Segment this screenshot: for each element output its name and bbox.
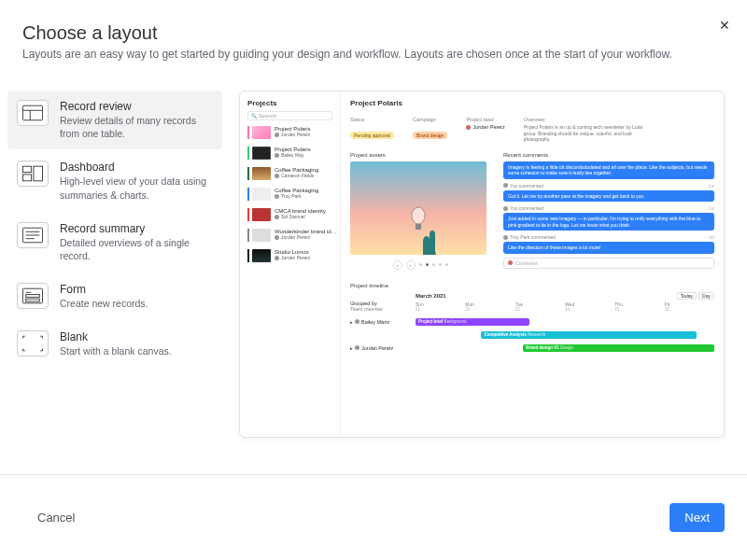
carousel-dots: ‹ › <box>350 260 490 270</box>
comments-label: Recent comments <box>503 152 714 158</box>
timeline-row: ▸Jordan PeretzBrand design V1 Design <box>350 342 714 355</box>
avatar <box>466 125 471 130</box>
avatar <box>275 174 279 178</box>
preview-record-item[interactable]: Coffee Packaging Troy Park <box>247 188 332 201</box>
preview-search-input[interactable]: 🔍 Search <box>247 111 332 120</box>
comment-input[interactable]: Comment <box>503 258 714 269</box>
avatar <box>275 194 279 199</box>
record-summary-icon <box>17 222 49 248</box>
layout-option-title: Record summary <box>60 222 213 235</box>
comment-bubble: Just added in some new imagery — in part… <box>503 213 714 231</box>
avatar <box>275 256 279 260</box>
record-thumb <box>252 249 271 262</box>
svg-rect-3 <box>22 167 31 173</box>
dialog-footer: Cancel Next <box>0 474 747 560</box>
carousel-prev-icon[interactable]: ‹ <box>393 260 402 270</box>
overview-text: Project Polaris is an up & coming tech n… <box>524 124 645 143</box>
svg-rect-13 <box>26 299 40 301</box>
record-thumb <box>252 188 271 201</box>
record-item-user: Troy Park <box>275 193 318 199</box>
preview-record-item[interactable]: Coffee Packaging Cameron Fields <box>247 167 332 180</box>
timeline-day: Mon22 <box>465 301 514 312</box>
layout-option-title: Record review <box>60 100 213 113</box>
layout-options-list: Record review Review details of many rec… <box>7 91 222 438</box>
preview-record-item[interactable]: Project Polaris Jordan Peretz <box>247 126 332 139</box>
preview-record-item[interactable]: Project Polaris Bailey May <box>247 147 332 160</box>
preview-sidebar: Projects 🔍 Search Project Polaris Jordan… <box>240 91 341 437</box>
layout-option-form[interactable]: Form Create new records. <box>7 273 222 319</box>
timeline-day: Wed24 <box>565 301 614 312</box>
preview-timeline: Project timeline Grouped by Team member … <box>350 283 714 355</box>
avatar <box>503 206 508 211</box>
preview-record-item[interactable]: Wunderkinder brand identity Jordan Peret… <box>247 229 332 242</box>
dialog-header: Choose a layout Layouts are an easy way … <box>0 0 747 76</box>
record-thumb <box>252 126 271 139</box>
timeline-bar[interactable]: Brand design V1 Design <box>523 344 714 352</box>
layout-option-record-review[interactable]: Record review Review details of many rec… <box>7 91 222 149</box>
layout-option-dashboard[interactable]: Dashboard High-level view of your data u… <box>7 151 222 210</box>
layout-preview: Projects 🔍 Search Project Polaris Jordan… <box>239 91 725 438</box>
overview-label: Overview <box>524 117 645 122</box>
comment-bubble: Imagery is feeling a little bit discombo… <box>503 161 714 179</box>
record-item-user: Jordan Peretz <box>275 132 311 137</box>
avatar <box>503 183 508 188</box>
preview-record-title: Project Polaris <box>350 99 714 107</box>
cancel-button[interactable]: Cancel <box>22 503 90 532</box>
record-item-user: Sol Samuel <box>275 214 326 219</box>
timeline-day: Fri26 <box>665 301 714 312</box>
svg-rect-4 <box>34 167 43 182</box>
carousel-next-icon[interactable]: › <box>406 260 416 270</box>
dashboard-icon <box>17 161 49 187</box>
record-thumb <box>252 147 271 160</box>
layout-option-record-summary[interactable]: Record summary Detailed overviews of a s… <box>7 213 222 272</box>
timeline-controls: Today Day <box>677 292 714 300</box>
record-item-user: Cameron Fields <box>275 173 318 178</box>
grouped-by-value: Team member <box>350 306 416 312</box>
status-label: Status <box>350 117 394 122</box>
record-thumb <box>252 208 271 221</box>
avatar <box>275 235 279 240</box>
form-icon <box>17 283 49 309</box>
record-review-icon <box>17 100 49 126</box>
preview-sidebar-title: Projects <box>247 99 332 107</box>
comment-meta: Troy Park commented··· 6d <box>503 234 714 240</box>
layout-option-title: Blank <box>60 330 213 343</box>
record-item-user: Jordan Peretz <box>275 255 310 260</box>
layout-option-blank[interactable]: Blank Start with a blank canvas. <box>7 321 222 367</box>
svg-rect-0 <box>22 105 42 120</box>
preview-record-item[interactable]: Studio Lumos Jordan Peretz <box>247 249 332 262</box>
page-subtitle: Layouts are an easy way to get started b… <box>22 48 725 61</box>
timeline-zoom-button[interactable]: Day <box>698 292 714 300</box>
lead-label: Project lead <box>466 117 504 122</box>
record-thumb <box>252 167 271 180</box>
timeline-day: Thu25 <box>614 301 664 312</box>
avatar <box>275 133 279 137</box>
preview-meta-row: Status Pending approval Campaign Brand d… <box>350 117 714 143</box>
layout-option-desc: Review details of many records from one … <box>60 114 213 140</box>
timeline-label: Project timeline <box>350 283 714 288</box>
page-title: Choose a layout <box>22 22 725 44</box>
comment-meta: You commented··· 1w <box>503 205 714 211</box>
svg-rect-5 <box>22 175 31 181</box>
timeline-bar[interactable]: Competitive Analysis Research <box>481 331 696 339</box>
preview-record-item[interactable]: CMCA brand identity Sol Samuel <box>247 208 332 221</box>
search-icon: 🔍 <box>251 113 257 119</box>
record-thumb <box>252 229 271 242</box>
lead-value: Jordan Peretz <box>466 124 504 130</box>
close-icon[interactable]: ✕ <box>719 19 730 32</box>
layout-option-desc: High-level view of your data using summa… <box>60 175 213 201</box>
campaign-label: Campaign <box>413 117 447 122</box>
avatar <box>275 215 279 219</box>
blank-icon <box>17 330 49 357</box>
avatar <box>508 260 513 265</box>
layout-option-desc: Create new records. <box>60 297 213 310</box>
timeline-today-button[interactable]: Today <box>677 292 697 300</box>
layout-option-desc: Detailed overviews of a single record. <box>60 236 213 262</box>
timeline-user: ▸Bailey Mártz <box>350 319 416 325</box>
timeline-bar[interactable]: Project brief Background <box>416 318 529 326</box>
layout-option-desc: Start with a blank canvas. <box>60 344 213 357</box>
comment-bubble: Got it. Let me try another pass at the i… <box>503 190 714 203</box>
avatar <box>275 153 279 158</box>
timeline-user: ▸Jordan Peretz <box>350 345 416 351</box>
next-button[interactable]: Next <box>669 503 725 532</box>
